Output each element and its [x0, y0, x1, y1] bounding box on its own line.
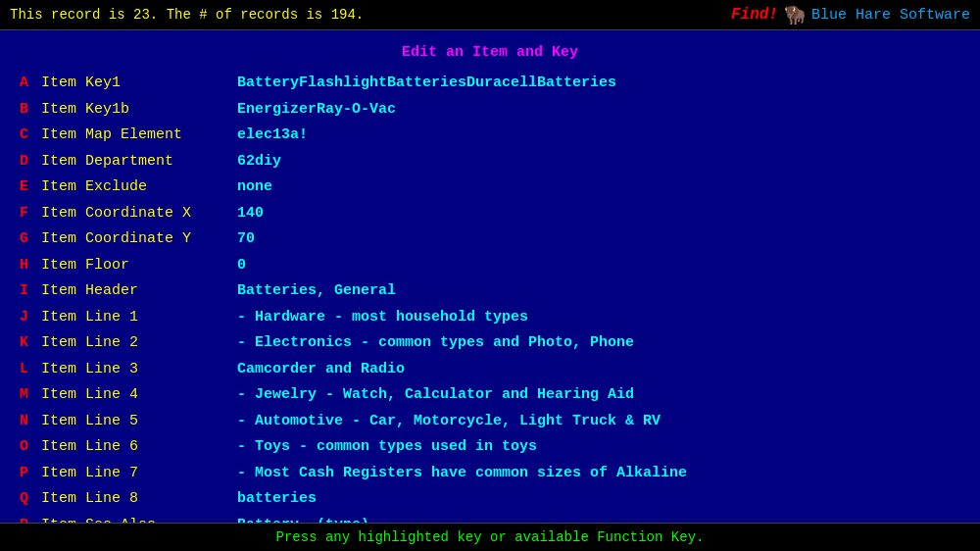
field-value[interactable]: - Most Cash Registers have common sizes …: [237, 463, 687, 485]
field-value[interactable]: 62diy: [237, 151, 281, 174]
field-letter[interactable]: K: [20, 332, 41, 355]
table-row[interactable]: JItem Line 1- Hardware - most household …: [20, 305, 960, 331]
field-value[interactable]: elec13a!: [237, 125, 308, 147]
field-letter[interactable]: A: [20, 73, 41, 95]
table-row[interactable]: FItem Coordinate X140: [20, 201, 960, 227]
record-info: This record is 23. The # of records is 1…: [10, 7, 364, 23]
field-label: Item Line 8: [41, 488, 237, 511]
table-row[interactable]: IItem HeaderBatteries, General: [20, 278, 960, 305]
field-label: Item Exclude: [41, 176, 237, 199]
field-label: Item Line 7: [41, 463, 237, 485]
table-row[interactable]: GItem Coordinate Y70: [20, 226, 960, 253]
field-letter[interactable]: G: [20, 228, 41, 251]
top-bar: This record is 23. The # of records is 1…: [0, 0, 980, 30]
field-label: Item Coordinate Y: [41, 228, 237, 251]
field-letter[interactable]: B: [20, 99, 41, 122]
field-label: Item Key1: [41, 73, 237, 95]
table-row[interactable]: BItem Key1bEnergizerRay-O-Vac: [20, 97, 960, 124]
main-content: AItem Key1BatteryFlashlightBatteriesDura…: [0, 71, 980, 538]
fields-container: AItem Key1BatteryFlashlightBatteriesDura…: [20, 71, 960, 538]
table-row[interactable]: DItem Department62diy: [20, 149, 960, 175]
bottom-bar: Press any highlighted key or available F…: [0, 523, 980, 551]
field-value[interactable]: 0: [237, 255, 246, 277]
field-label: Item Line 1: [41, 307, 237, 329]
field-letter[interactable]: M: [20, 384, 41, 407]
table-row[interactable]: NItem Line 5- Automotive - Car, Motorcyc…: [20, 409, 960, 435]
field-value[interactable]: - Electronics - common types and Photo, …: [237, 332, 634, 355]
field-label: Item Floor: [41, 255, 237, 277]
table-row[interactable]: OItem Line 6- Toys - common types used i…: [20, 434, 960, 461]
field-value[interactable]: - Automotive - Car, Motorcycle, Light Tr…: [237, 411, 661, 433]
field-value[interactable]: - Jewelry - Watch, Calculator and Hearin…: [237, 384, 634, 407]
field-letter[interactable]: J: [20, 307, 41, 329]
field-value[interactable]: 140: [237, 203, 264, 225]
field-label: Item Line 5: [41, 411, 237, 433]
table-row[interactable]: CItem Map Elementelec13a!: [20, 123, 960, 149]
field-letter[interactable]: Q: [20, 488, 41, 511]
table-row[interactable]: AItem Key1BatteryFlashlightBatteriesDura…: [20, 71, 960, 97]
table-row[interactable]: MItem Line 4- Jewelry - Watch, Calculato…: [20, 382, 960, 409]
field-value[interactable]: Camcorder and Radio: [237, 359, 405, 381]
field-label: Item Line 6: [41, 436, 237, 459]
table-row[interactable]: KItem Line 2- Electronics - common types…: [20, 330, 960, 357]
field-label: Item Map Element: [41, 125, 237, 147]
field-label: Item Line 4: [41, 384, 237, 407]
brand-name: Blue Hare Software: [811, 7, 970, 24]
field-label: Item Header: [41, 280, 237, 303]
field-label: Item Key1b: [41, 99, 237, 122]
field-value[interactable]: batteries: [237, 488, 317, 511]
field-value[interactable]: 70: [237, 228, 255, 251]
field-letter[interactable]: I: [20, 280, 41, 303]
buffalo-icon: 🦬: [784, 4, 806, 25]
field-letter[interactable]: O: [20, 436, 41, 459]
field-letter[interactable]: F: [20, 203, 41, 225]
brand-area: Find! 🦬 Blue Hare Software: [731, 4, 970, 25]
field-label: Item Coordinate X: [41, 203, 237, 225]
field-letter[interactable]: L: [20, 359, 41, 381]
field-letter[interactable]: P: [20, 463, 41, 485]
page-title: Edit an Item and Key: [0, 30, 980, 71]
field-letter[interactable]: H: [20, 255, 41, 277]
field-value[interactable]: - Toys - common types used in toys: [237, 436, 537, 459]
find-label: Find!: [731, 6, 778, 24]
field-value[interactable]: BatteryFlashlightBatteriesDuracellBatter…: [237, 73, 616, 95]
field-label: Item Department: [41, 151, 237, 174]
table-row[interactable]: PItem Line 7- Most Cash Registers have c…: [20, 461, 960, 487]
field-letter[interactable]: D: [20, 151, 41, 174]
field-value[interactable]: EnergizerRay-O-Vac: [237, 99, 396, 122]
table-row[interactable]: HItem Floor0: [20, 253, 960, 279]
field-letter[interactable]: C: [20, 125, 41, 147]
field-label: Item Line 2: [41, 332, 237, 355]
field-value[interactable]: Batteries, General: [237, 280, 396, 303]
field-label: Item Line 3: [41, 359, 237, 381]
field-letter[interactable]: N: [20, 411, 41, 433]
table-row[interactable]: QItem Line 8 batteries: [20, 486, 960, 513]
field-value[interactable]: - Hardware - most household types: [237, 307, 528, 329]
table-row[interactable]: LItem Line 3 Camcorder and Radio: [20, 357, 960, 383]
field-value[interactable]: none: [237, 176, 272, 199]
field-letter[interactable]: E: [20, 176, 41, 199]
table-row[interactable]: EItem Excludenone: [20, 175, 960, 201]
